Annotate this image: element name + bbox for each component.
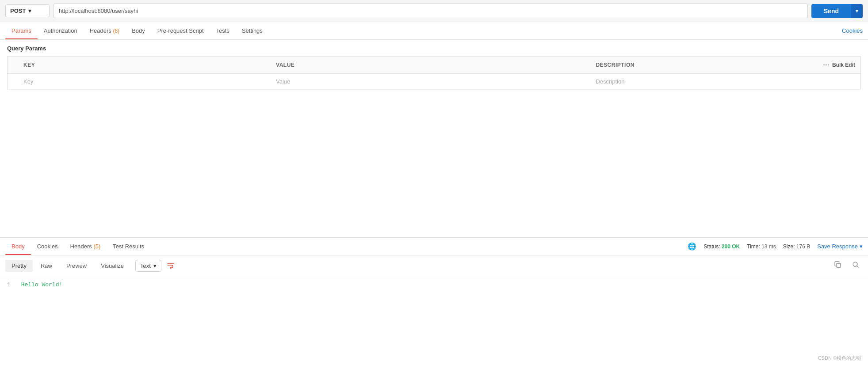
actions-col-header: ··· Bulk Edit: [801, 57, 860, 74]
tab-prerequest[interactable]: Pre-request Script: [151, 22, 210, 39]
search-icon[interactable]: [849, 259, 863, 272]
resp-headers-badge: (5): [93, 243, 100, 250]
desc-cell[interactable]: Description: [590, 74, 801, 90]
headers-badge: (8): [113, 28, 119, 34]
resp-tab-body[interactable]: Body: [5, 238, 31, 255]
cookies-link[interactable]: Cookies: [842, 22, 863, 39]
request-bar: POST ▾ Send ▾: [0, 0, 868, 22]
checkbox-col-header: [8, 57, 19, 74]
response-area: Body Cookies Headers (5) Test Results 🌐 …: [0, 237, 868, 365]
text-dropdown-chevron-icon: ▾: [153, 262, 157, 269]
row-actions: [801, 74, 860, 90]
resp-tab-headers[interactable]: Headers (5): [64, 238, 107, 255]
value-col-header: VALUE: [271, 57, 590, 74]
method-label: POST: [10, 8, 26, 14]
desc-col-header: DESCRIPTION: [590, 57, 801, 74]
query-params-title: Query Params: [7, 45, 861, 52]
response-status-bar: 🌐 Status: 200 OK Time: 13 ms Size: 176 B…: [688, 242, 863, 251]
method-chevron-icon: ▾: [28, 8, 31, 14]
tab-headers[interactable]: Headers (8): [84, 22, 126, 39]
value-cell[interactable]: Value: [271, 74, 590, 90]
row-checkbox: [8, 74, 19, 90]
request-tabs: Params Authorization Headers (8) Body Pr…: [0, 22, 868, 40]
key-cell[interactable]: Key: [18, 74, 271, 90]
size-label: Size: 176 B: [783, 243, 810, 250]
resp-tab-cookies[interactable]: Cookies: [31, 238, 64, 255]
time-value: 13 ms: [761, 243, 776, 250]
line-number: 1: [7, 281, 11, 288]
copy-icon[interactable]: [831, 259, 845, 272]
format-tab-preview[interactable]: Preview: [60, 260, 93, 272]
tab-params[interactable]: Params: [5, 22, 38, 39]
svg-rect-0: [837, 263, 841, 267]
time-label: Time: 13 ms: [747, 243, 776, 250]
tab-tests[interactable]: Tests: [210, 22, 236, 39]
send-button-group: Send ▾: [811, 4, 863, 18]
url-input[interactable]: [53, 4, 808, 18]
params-table: KEY VALUE DESCRIPTION ··· Bulk Edit Key …: [7, 56, 861, 90]
svg-point-1: [853, 262, 857, 266]
watermark: CSDN ©粉色的志明: [818, 355, 861, 361]
params-section: Query Params KEY VALUE DESCRIPTION ··· B…: [0, 40, 868, 90]
send-dropdown-button[interactable]: ▾: [851, 4, 863, 18]
globe-icon: 🌐: [688, 242, 696, 251]
save-response-button[interactable]: Save Response ▾: [817, 243, 863, 250]
send-button[interactable]: Send: [811, 4, 851, 18]
format-tab-raw[interactable]: Raw: [34, 260, 58, 272]
wrap-lines-icon[interactable]: [163, 259, 178, 272]
format-tab-pretty[interactable]: Pretty: [5, 260, 33, 272]
body-format-bar: Pretty Raw Preview Visualize Text ▾: [0, 255, 868, 276]
text-format-dropdown[interactable]: Text ▾: [135, 260, 161, 272]
resp-tab-test-results[interactable]: Test Results: [107, 238, 150, 255]
bulk-edit-button[interactable]: Bulk Edit: [832, 62, 855, 68]
key-col-header: KEY: [18, 57, 271, 74]
tab-authorization[interactable]: Authorization: [38, 22, 84, 39]
response-tabs: Body Cookies Headers (5) Test Results 🌐 …: [0, 238, 868, 255]
status-code: 200 OK: [722, 243, 740, 250]
response-content-line1: Hello World!: [21, 281, 63, 288]
response-body: 1 Hello World!: [0, 276, 868, 293]
more-options-icon[interactable]: ···: [823, 61, 830, 69]
tab-body[interactable]: Body: [126, 22, 151, 39]
method-selector[interactable]: POST ▾: [5, 4, 50, 17]
size-value: 176 B: [796, 243, 810, 250]
status-label: Status: 200 OK: [704, 243, 740, 250]
table-row: Key Value Description: [8, 74, 861, 90]
format-tab-visualize[interactable]: Visualize: [95, 260, 130, 272]
save-response-chevron-icon: ▾: [860, 243, 863, 250]
tab-settings[interactable]: Settings: [236, 22, 269, 39]
